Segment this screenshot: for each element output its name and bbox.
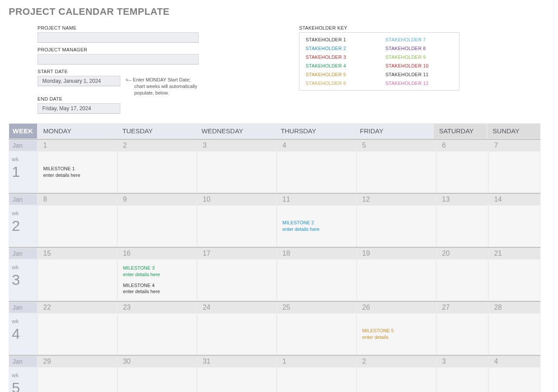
day-number: 23 bbox=[118, 302, 197, 314]
day-body bbox=[437, 314, 488, 355]
milestone[interactable]: MILESTONE 5enter details bbox=[362, 328, 431, 341]
calendar-day-cell[interactable]: 15 bbox=[37, 248, 117, 301]
calendar-day-cell[interactable]: 25 bbox=[277, 302, 357, 355]
day-number: 27 bbox=[437, 302, 488, 314]
end-date-input[interactable] bbox=[37, 103, 120, 114]
calendar-day-cell[interactable]: 4 bbox=[488, 356, 541, 392]
calendar-day-cell[interactable]: 22 bbox=[37, 302, 117, 355]
day-body bbox=[197, 314, 276, 355]
stakeholder-key-item: STAKEHOLDER 6 bbox=[299, 79, 379, 88]
calendar-day-cell[interactable]: 6 bbox=[436, 140, 489, 193]
day-body: MILESTONE 5enter details bbox=[357, 314, 436, 355]
milestone[interactable]: MILESTONE 4enter details here bbox=[123, 282, 191, 295]
day-body bbox=[197, 260, 276, 301]
day-body bbox=[437, 206, 488, 247]
day-number: 6 bbox=[437, 140, 488, 152]
stakeholder-key-item: STAKEHOLDER 9 bbox=[379, 53, 459, 61]
week-month: Jan bbox=[9, 140, 37, 151]
milestone[interactable]: MILESTONE 3enter details here bbox=[123, 265, 191, 278]
calendar-day-cell[interactable]: 19 bbox=[357, 248, 436, 301]
day-body bbox=[118, 152, 197, 193]
week-number-cell: wk3 bbox=[9, 259, 37, 301]
calendar-day-cell[interactable]: 5 bbox=[357, 140, 436, 193]
stakeholder-key-item: STAKEHOLDER 1 bbox=[299, 35, 379, 44]
day-body bbox=[118, 206, 197, 247]
milestone[interactable]: MILESTONE 1enter details here bbox=[43, 166, 112, 179]
day-number: 1 bbox=[38, 140, 117, 152]
project-name-input[interactable] bbox=[37, 32, 199, 43]
calendar-day-cell[interactable]: 28 bbox=[488, 302, 541, 355]
calendar-day-cell[interactable]: 27 bbox=[436, 302, 489, 355]
day-body bbox=[489, 260, 540, 301]
calendar-day-cell[interactable]: 3 bbox=[436, 356, 489, 392]
calendar-day-cell[interactable]: 26MILESTONE 5enter details bbox=[357, 302, 436, 355]
stakeholder-key-item: STAKEHOLDER 5 bbox=[299, 70, 379, 79]
calendar-day-cell[interactable]: 11MILESTONE 2enter details here bbox=[277, 194, 357, 247]
day-body bbox=[118, 368, 197, 392]
day-number: 2 bbox=[357, 356, 436, 368]
calendar-week-row: Janwk2891011MILESTONE 2enter details her… bbox=[9, 193, 541, 247]
day-body bbox=[489, 206, 540, 247]
calendar-week-row: Janwk52930311234 bbox=[9, 355, 541, 392]
stakeholder-key-item: STAKEHOLDER 10 bbox=[379, 61, 459, 70]
day-number: 20 bbox=[437, 248, 488, 260]
calendar-day-cell[interactable]: 23 bbox=[117, 302, 197, 355]
day-header: FRIDAY bbox=[354, 123, 434, 139]
day-number: 2 bbox=[118, 140, 197, 152]
day-number: 4 bbox=[489, 356, 540, 368]
calendar-day-cell[interactable]: 31 bbox=[197, 356, 277, 392]
calendar-day-cell[interactable]: 3 bbox=[197, 140, 277, 193]
day-number: 18 bbox=[277, 248, 356, 260]
start-date-label: START DATE bbox=[37, 69, 238, 74]
day-number: 24 bbox=[197, 302, 276, 314]
calendar-day-cell[interactable]: 2 bbox=[117, 140, 197, 193]
start-date-input[interactable] bbox=[37, 76, 120, 86]
page-title: PROJECT CALENDAR TEMPLATE bbox=[9, 6, 541, 17]
milestone[interactable]: MILESTONE 2enter details here bbox=[282, 220, 351, 233]
start-date-hint: <-- Enter MONDAY Start Date; chart weeks… bbox=[126, 76, 197, 96]
calendar-day-cell[interactable]: 30 bbox=[117, 356, 197, 392]
calendar-day-cell[interactable]: 1 bbox=[277, 356, 357, 392]
project-manager-input[interactable] bbox=[37, 54, 199, 64]
day-body bbox=[437, 152, 488, 193]
day-body bbox=[357, 152, 436, 193]
day-number: 25 bbox=[277, 302, 356, 314]
calendar-day-cell[interactable]: 18 bbox=[277, 248, 357, 301]
calendar-day-cell[interactable]: 14 bbox=[488, 194, 541, 247]
day-body bbox=[38, 206, 117, 247]
stakeholder-key-box: STAKEHOLDER 1STAKEHOLDER 2STAKEHOLDER 3S… bbox=[299, 32, 459, 91]
calendar-day-cell[interactable]: 24 bbox=[197, 302, 277, 355]
week-month: Jan bbox=[9, 248, 37, 259]
calendar-day-cell[interactable]: 2 bbox=[357, 356, 436, 392]
calendar-day-cell[interactable]: 13 bbox=[436, 194, 489, 247]
stakeholder-key-item: STAKEHOLDER 2 bbox=[299, 44, 379, 53]
day-body bbox=[357, 260, 436, 301]
day-number: 5 bbox=[357, 140, 436, 152]
stakeholder-key-item: STAKEHOLDER 3 bbox=[299, 53, 379, 61]
calendar-day-cell[interactable]: 1MILESTONE 1enter details here bbox=[37, 140, 117, 193]
calendar-day-cell[interactable]: 17 bbox=[197, 248, 277, 301]
calendar: WEEK MONDAYTUESDAYWEDNESDAYTHURSDAYFRIDA… bbox=[9, 123, 541, 392]
day-number: 19 bbox=[357, 248, 436, 260]
week-number-cell: wk4 bbox=[9, 313, 37, 355]
day-number: 31 bbox=[197, 356, 276, 368]
week-month: Jan bbox=[9, 302, 37, 313]
calendar-day-cell[interactable]: 20 bbox=[436, 248, 489, 301]
calendar-day-cell[interactable]: 10 bbox=[197, 194, 277, 247]
day-number: 10 bbox=[197, 194, 276, 206]
calendar-day-cell[interactable]: 29 bbox=[37, 356, 117, 392]
calendar-day-cell[interactable]: 16MILESTONE 3enter details hereMILESTONE… bbox=[117, 248, 197, 301]
calendar-day-cell[interactable]: 4 bbox=[277, 140, 357, 193]
calendar-day-cell[interactable]: 8 bbox=[37, 194, 117, 247]
day-number: 4 bbox=[277, 140, 356, 152]
day-number: 30 bbox=[118, 356, 197, 368]
week-number-cell: wk2 bbox=[9, 205, 37, 247]
day-body: MILESTONE 3enter details hereMILESTONE 4… bbox=[118, 260, 197, 301]
day-body bbox=[118, 314, 197, 355]
day-body bbox=[489, 314, 540, 355]
calendar-day-cell[interactable]: 9 bbox=[117, 194, 197, 247]
calendar-day-cell[interactable]: 7 bbox=[488, 140, 541, 193]
day-body bbox=[277, 260, 356, 301]
calendar-day-cell[interactable]: 12 bbox=[357, 194, 436, 247]
calendar-day-cell[interactable]: 21 bbox=[488, 248, 541, 301]
